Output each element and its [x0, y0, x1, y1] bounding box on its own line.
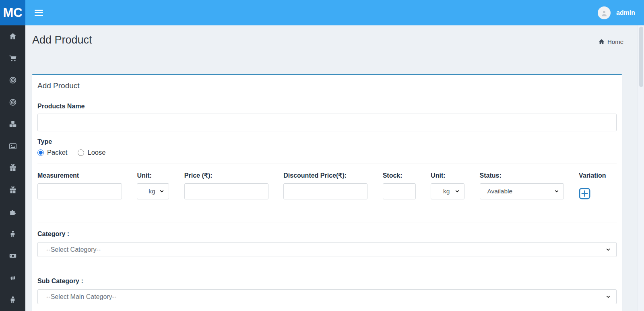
home-icon: [599, 39, 605, 45]
measurement-column: Measurement: [37, 172, 122, 199]
sidebar-item-users[interactable]: [0, 289, 25, 311]
measurement-label: Measurement: [37, 172, 122, 179]
chevron-down-icon: [606, 247, 611, 252]
image-icon: [9, 143, 17, 150]
discounted-price-label: Discounted Price(₹):: [283, 172, 367, 179]
products-name-input[interactable]: [37, 114, 617, 131]
page-title: Add Product: [32, 25, 622, 46]
category-label: Category :: [37, 230, 617, 238]
stock-input[interactable]: [383, 183, 416, 199]
unit2-column: Unit: kg: [431, 172, 464, 199]
type-radio-row: Packet Loose: [37, 149, 617, 156]
page-scrollbar[interactable]: [638, 25, 644, 311]
sidebar-item-home[interactable]: [0, 25, 25, 48]
puzzle-piece-icon: [9, 208, 17, 216]
category-select[interactable]: --Select Category--: [37, 242, 617, 257]
divider: [37, 222, 617, 222]
sub-category-label: Sub Category :: [37, 278, 617, 285]
card-body: Products Name Type Packet Loose: [32, 97, 622, 311]
card-header: Add Product: [32, 75, 622, 97]
type-packet-label: Packet: [47, 149, 67, 156]
unit-column: Unit: kg: [137, 172, 169, 199]
sub-category-select[interactable]: --Select Main Category--: [37, 289, 617, 304]
card-title: Add Product: [37, 81, 617, 90]
type-packet-radio[interactable]: [37, 149, 44, 156]
status-select[interactable]: Available: [480, 183, 564, 199]
top-navbar: admin: [25, 0, 644, 25]
price-column: Price (₹):: [184, 172, 268, 199]
sidebar-item-categories[interactable]: [0, 69, 25, 91]
measurement-row: Measurement Unit: kg Price (₹): Discount…: [37, 172, 617, 199]
chevron-down-icon: [606, 294, 611, 299]
stock-column: Stock:: [383, 172, 416, 199]
discounted-price-input[interactable]: [283, 183, 367, 199]
money-bill-icon: [9, 252, 17, 259]
sidebar-toggle-button[interactable]: [31, 6, 47, 20]
app-logo[interactable]: MC: [0, 0, 25, 25]
status-column: Status: Available: [480, 172, 564, 199]
retweet-icon: [9, 274, 17, 282]
content-header: Add Product Home: [32, 25, 622, 74]
products-name-group: Products Name: [37, 103, 617, 131]
divider: [37, 164, 617, 164]
unit-label: Unit:: [137, 172, 169, 179]
gift-icon: [9, 164, 17, 172]
sidebar-item-payments[interactable]: [0, 245, 25, 267]
type-loose-option[interactable]: Loose: [78, 149, 105, 156]
sidebar-item-subcategories[interactable]: [0, 91, 25, 114]
username: admin: [616, 9, 635, 17]
status-label: Status:: [480, 172, 564, 179]
sidebar-item-addons[interactable]: [0, 201, 25, 223]
category-group: Category : --Select Category--: [37, 230, 617, 257]
breadcrumb[interactable]: Home: [599, 38, 623, 45]
chevron-down-icon: [554, 189, 559, 194]
scrollbar-thumb[interactable]: [639, 27, 643, 87]
type-packet-option[interactable]: Packet: [37, 149, 67, 156]
user-menu[interactable]: admin: [598, 6, 635, 19]
home-icon: [9, 33, 17, 40]
type-label: Type: [37, 138, 617, 145]
sidebar-item-products[interactable]: [0, 113, 25, 135]
user-avatar-icon: [598, 6, 611, 19]
price-label: Price (₹):: [184, 172, 268, 179]
unit2-select[interactable]: kg: [431, 183, 464, 199]
discounted-price-column: Discounted Price(₹):: [283, 172, 367, 199]
sidebar-item-offers[interactable]: [0, 157, 25, 179]
type-loose-label: Loose: [87, 149, 105, 156]
sidebar-item-orders[interactable]: [0, 48, 25, 70]
add-product-card: Add Product Products Name Type Packet Lo…: [32, 74, 622, 311]
person-icon: [9, 296, 17, 303]
type-group: Type Packet Loose: [37, 138, 617, 156]
plus-square-icon: [579, 188, 590, 199]
breadcrumb-home-link[interactable]: Home: [607, 38, 623, 45]
sub-category-group: Sub Category : --Select Main Category--: [37, 278, 617, 304]
variation-label: Variation: [579, 172, 617, 179]
sidebar-item-transactions[interactable]: [0, 267, 25, 289]
sidebar-item-deals[interactable]: [0, 179, 25, 201]
type-loose-radio[interactable]: [78, 149, 84, 156]
variation-column: Variation: [579, 172, 617, 199]
sidebar: [0, 25, 25, 311]
bullseye-icon: [9, 99, 17, 106]
topbar: MC admin: [0, 0, 644, 25]
products-name-label: Products Name: [37, 103, 617, 110]
price-input[interactable]: [184, 183, 268, 199]
chevron-down-icon: [159, 189, 164, 194]
add-variation-button[interactable]: [579, 188, 590, 199]
unit2-label: Unit:: [431, 172, 464, 179]
bullseye-icon: [9, 77, 17, 84]
sidebar-item-banners[interactable]: [0, 135, 25, 158]
cubes-icon: [9, 120, 17, 128]
unit-select[interactable]: kg: [137, 183, 169, 199]
chevron-down-icon: [455, 189, 460, 194]
person-icon: [9, 230, 17, 238]
measurement-input[interactable]: [37, 183, 122, 199]
sidebar-item-customers[interactable]: [0, 223, 25, 245]
shopping-cart-icon: [9, 55, 17, 62]
gift-icon: [9, 187, 17, 194]
main-content: Add Product Home Add Product Products Na…: [25, 0, 644, 311]
stock-label: Stock:: [383, 172, 416, 179]
